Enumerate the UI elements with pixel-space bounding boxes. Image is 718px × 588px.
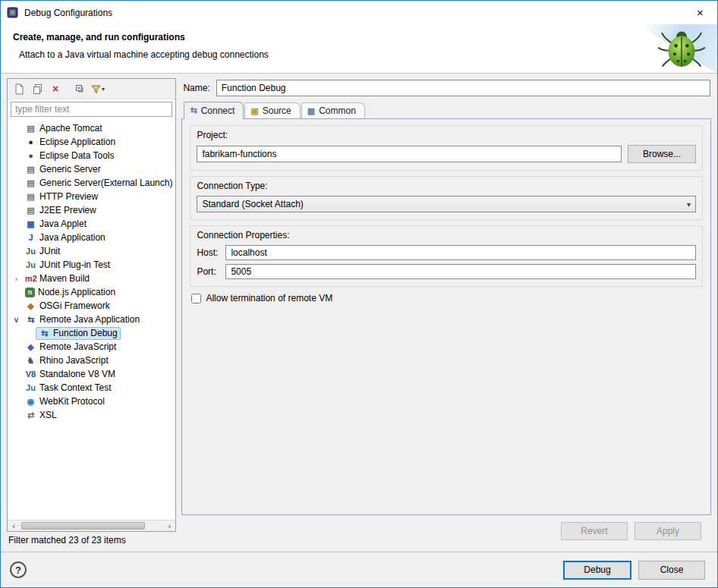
- help-button[interactable]: ?: [10, 561, 27, 578]
- tree-item-content: JuJUnit Plug-in Test: [22, 259, 113, 272]
- host-input[interactable]: [225, 245, 696, 260]
- tree-item-content: V8Standalone V8 VM: [22, 368, 118, 381]
- tree-item-content: JJava Application: [22, 231, 109, 244]
- new-launch-configuration-icon: [14, 83, 25, 95]
- tree-item-xsl[interactable]: ⇄XSL: [8, 408, 175, 422]
- duplicate-launch-configuration-button[interactable]: [29, 80, 46, 97]
- collapse-all-button[interactable]: [71, 80, 88, 97]
- sidebar-toolbar: × ▾: [8, 79, 175, 99]
- tab-source[interactable]: ▣Source: [244, 102, 300, 118]
- tree-item-content: ⇆Remote Java Application: [22, 313, 143, 326]
- filter-row: [8, 99, 175, 120]
- scroll-left-arrow[interactable]: ‹: [8, 520, 20, 531]
- java-applet-icon: ▦: [25, 219, 36, 229]
- tree-item-junit-plug-in-test[interactable]: JuJUnit Plug-in Test: [8, 258, 175, 272]
- tree-item-junit[interactable]: JuJUnit: [8, 244, 175, 258]
- tree-item-content: ♞Rhino JavaScript: [22, 354, 112, 367]
- tree-item-webkit-protocol[interactable]: ◉WebKit Protocol: [8, 395, 175, 408]
- tree-item-label: Task Context Test: [39, 382, 112, 393]
- connect-tab-content: Project: Browse... Connection Type: Stan…: [181, 118, 711, 515]
- close-icon: ×: [697, 6, 704, 19]
- scrollbar-thumb[interactable]: [21, 522, 145, 530]
- dropdown-arrow-icon: ▾: [102, 86, 105, 93]
- filter-launch-configurations-icon: [91, 84, 101, 94]
- name-input[interactable]: [216, 80, 710, 96]
- tree-item-maven-build[interactable]: ›m2Maven Build: [8, 272, 175, 285]
- tree-item-remote-java-application[interactable]: ∨⇆Remote Java Application: [8, 313, 175, 326]
- tree-item-generic-server-external-launch[interactable]: ▤Generic Server(External Launch): [8, 176, 175, 190]
- scrollbar-track[interactable]: [20, 520, 163, 531]
- tab-connect[interactable]: ⇆Connect: [184, 102, 244, 119]
- connect-tab-icon: ⇆: [190, 106, 197, 115]
- tree-item-label: Eclipse Application: [39, 137, 115, 147]
- connection-properties-group: Connection Properties: Host: Port:: [190, 225, 703, 287]
- tree-item-node-js-application[interactable]: nNode.js Application: [8, 285, 175, 299]
- name-label: Name:: [183, 83, 209, 93]
- connection-type-group: Connection Type: Standard (Socket Attach…: [190, 176, 703, 220]
- tree-item-content: ▤J2EE Preview: [22, 204, 99, 217]
- tree-item-eclipse-data-tools[interactable]: ●Eclipse Data Tools: [8, 149, 175, 162]
- tree-item-content: ▤Apache Tomcat: [22, 122, 105, 135]
- scroll-right-arrow[interactable]: ›: [163, 520, 175, 531]
- title-bar: Debug Configurations ×: [1, 1, 717, 24]
- chevron-collapsed-icon[interactable]: ›: [11, 275, 22, 283]
- generic-server-external-icon: ▤: [25, 178, 36, 188]
- maven-build-icon: m2: [25, 273, 36, 284]
- tree-item-content: JuJUnit: [22, 245, 63, 258]
- chevron-expanded-icon[interactable]: ∨: [11, 316, 22, 324]
- filter-status: Filter matched 23 of 23 items: [7, 532, 176, 547]
- tree-item-label: Remote Java Application: [39, 314, 140, 325]
- xsl-icon: ⇄: [25, 410, 36, 420]
- generic-server-icon: ▤: [25, 164, 36, 175]
- tree-item-task-context-test[interactable]: JuTask Context Test: [8, 381, 175, 395]
- j2ee-preview-icon: ▤: [25, 205, 36, 215]
- tree-item-label: JUnit Plug-in Test: [39, 259, 110, 270]
- allow-termination-checkbox[interactable]: [191, 294, 201, 303]
- source-tab-icon: ▣: [250, 107, 258, 115]
- tree-item-eclipse-application[interactable]: ●Eclipse Application: [8, 135, 175, 149]
- revert-button[interactable]: Revert: [561, 522, 628, 540]
- close-window-button[interactable]: ×: [683, 1, 717, 24]
- tree-item-rhino-javascript[interactable]: ♞Rhino JavaScript: [8, 354, 175, 367]
- apply-button[interactable]: Apply: [635, 522, 701, 540]
- tab-common[interactable]: ▦Common: [301, 102, 365, 118]
- close-button[interactable]: Close: [638, 561, 705, 580]
- tree-item-label: Apache Tomcat: [39, 123, 102, 134]
- tree-item-osgi-framework[interactable]: ◆OSGi Framework: [8, 299, 175, 313]
- rhino-javascript-icon: ♞: [25, 355, 36, 366]
- osgi-framework-icon: ◆: [25, 300, 36, 311]
- standalone-v8-vm-icon: V8: [25, 369, 36, 379]
- tree-item-apache-tomcat[interactable]: ▤Apache Tomcat: [8, 121, 175, 135]
- tree-item-label: Eclipse Data Tools: [39, 150, 115, 161]
- port-input[interactable]: [225, 264, 696, 279]
- tree-item-remote-javascript[interactable]: ◈Remote JavaScript: [8, 340, 175, 354]
- new-launch-configuration-button[interactable]: [11, 80, 27, 97]
- debug-button[interactable]: Debug: [563, 561, 631, 580]
- tree-item-function-debug[interactable]: ⇆Function Debug: [8, 326, 175, 340]
- tree-item-standalone-v8-vm[interactable]: V8Standalone V8 VM: [8, 367, 175, 381]
- horizontal-scrollbar[interactable]: ‹ ›: [8, 520, 175, 531]
- tree-item-content: m2Maven Build: [22, 272, 93, 285]
- webkit-protocol-icon: ◉: [25, 396, 36, 407]
- tree-item-j2ee-preview[interactable]: ▤J2EE Preview: [8, 203, 175, 217]
- tree-item-label: JUnit: [39, 246, 60, 256]
- tree-item-label: HTTP Preview: [39, 191, 98, 202]
- junit-icon: Ju: [25, 246, 36, 256]
- project-row: Browse...: [197, 145, 696, 163]
- window-title: Debug Configurations: [24, 8, 112, 18]
- tree-item-http-preview[interactable]: ▤HTTP Preview: [8, 190, 175, 203]
- tab-bar: ⇆Connect▣Source▦Common: [181, 101, 711, 118]
- project-input[interactable]: [197, 146, 622, 162]
- project-group: Project: Browse...: [190, 125, 703, 171]
- header-banner: Create, manage, and run configurations A…: [1, 24, 717, 74]
- configurations-panel: × ▾: [7, 78, 176, 532]
- filter-input[interactable]: [11, 102, 172, 117]
- delete-launch-configuration-button[interactable]: ×: [47, 80, 64, 97]
- tree-item-java-applet[interactable]: ▦Java Applet: [8, 217, 175, 231]
- filter-launch-configurations-button[interactable]: ▾: [90, 80, 106, 97]
- connection-type-select[interactable]: Standard (Socket Attach) ▾: [197, 196, 696, 212]
- browse-button[interactable]: Browse...: [628, 145, 696, 163]
- tree-item-label: J2EE Preview: [39, 205, 96, 215]
- tree-item-generic-server[interactable]: ▤Generic Server: [8, 162, 175, 176]
- tree-item-java-application[interactable]: JJava Application: [8, 231, 175, 244]
